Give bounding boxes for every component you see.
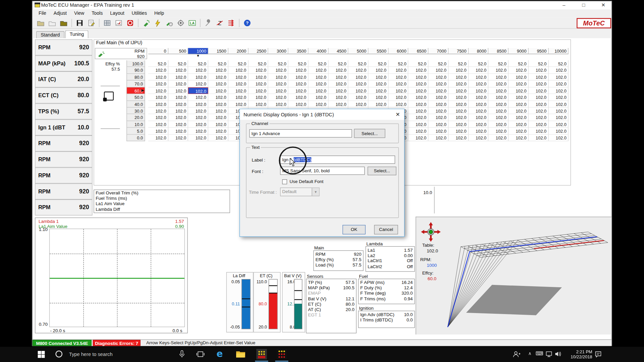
table-cell[interactable]: 102.0 <box>348 80 369 87</box>
table-cell[interactable]: 102.0 <box>148 114 168 121</box>
table-cell[interactable]: 102.0 <box>409 67 429 74</box>
table-cell[interactable]: 102.0 <box>469 74 489 80</box>
table-cell[interactable]: 102.0 <box>428 108 448 114</box>
table-cell[interactable]: 52.0 <box>508 60 529 67</box>
table-cell[interactable]: 52.0 <box>548 60 569 67</box>
col-header[interactable]: 3000 <box>268 48 288 54</box>
table-cell[interactable]: 52.0 <box>188 60 208 67</box>
injector-test-icon[interactable] <box>141 18 151 27</box>
table-cell[interactable]: 102.0 <box>508 101 529 108</box>
table-cell[interactable]: 102.0 <box>288 94 309 101</box>
table-cell[interactable]: 102.0 <box>529 128 549 134</box>
table-cell[interactable]: 52.0 <box>328 60 348 67</box>
table-cell[interactable]: 102.0 <box>148 67 168 74</box>
table-cell[interactable]: 102.0 <box>409 134 429 141</box>
channel-list-item[interactable]: Fuel Trims (ms) <box>94 196 229 201</box>
table-cell[interactable]: 102.0 <box>348 101 369 108</box>
table-cell[interactable]: 102.0 <box>469 134 489 141</box>
diagnostic-errors-icon[interactable] <box>125 18 135 27</box>
table-cell[interactable]: 102.0 <box>208 114 228 121</box>
table-cell[interactable]: 102.0 <box>409 74 429 80</box>
table-cell[interactable]: 102.0 <box>248 87 268 94</box>
compensation-slope-icon[interactable]: Z <box>215 18 224 27</box>
ok-button[interactable]: OK <box>342 225 366 234</box>
table-cell[interactable]: 102.0 <box>508 67 529 74</box>
table-cell[interactable]: 102.0 <box>409 114 429 121</box>
gauge-display-icon[interactable] <box>114 18 123 27</box>
table-cell[interactable]: 102.0 <box>529 108 549 114</box>
dialog-titlebar[interactable]: Numeric Display Options - Ign 1 (dBTDC) … <box>240 109 404 120</box>
table-cell[interactable]: 102.0 <box>168 134 189 141</box>
col-header[interactable]: 5500 <box>368 48 388 54</box>
table-icon[interactable] <box>102 18 112 27</box>
table-cell[interactable]: 102.0 <box>428 121 448 128</box>
col-header[interactable]: 500 <box>168 48 189 54</box>
table-cell[interactable]: 102.0 <box>409 101 429 108</box>
table-cell[interactable]: 102.0 <box>469 101 489 108</box>
table-cell[interactable]: 102.0 <box>168 121 189 128</box>
col-header[interactable]: 9000 <box>508 48 529 54</box>
sensor-item[interactable]: ECT (C)80.0 <box>35 87 92 104</box>
table-cell[interactable]: 102.0 <box>168 94 189 101</box>
row-header[interactable]: 40.0 <box>126 101 145 108</box>
table-cell[interactable]: 102.0 <box>488 108 508 114</box>
table-cell[interactable]: 102.0 <box>168 108 189 114</box>
table-cell[interactable]: 102.0 <box>288 80 309 87</box>
table-cell[interactable]: 102.0 <box>248 67 268 74</box>
table-cell[interactable]: 102.0 <box>268 87 288 94</box>
table-cell[interactable]: 102.0 <box>308 87 328 94</box>
table-cell[interactable]: 102.0 <box>409 80 429 87</box>
table-cell[interactable]: 102.0 <box>548 114 569 121</box>
col-header[interactable]: 7000 <box>428 48 448 54</box>
menu-item-layout[interactable]: Layout <box>106 9 128 17</box>
motec-tune-icon[interactable] <box>276 349 287 360</box>
table-cell[interactable]: 52.0 <box>248 60 268 67</box>
table-cell[interactable]: 102.0 <box>508 108 529 114</box>
col-header[interactable]: 2500 <box>248 48 268 54</box>
row-header[interactable]: 80.0 <box>126 74 145 80</box>
table-cell[interactable]: 102.0 <box>308 74 328 80</box>
table-cell[interactable]: 102.0 <box>469 67 489 74</box>
table-cell[interactable]: 102.0 <box>348 94 369 101</box>
col-header[interactable]: 6500 <box>409 48 429 54</box>
tab-standard[interactable]: Standard <box>36 31 64 38</box>
table-cell[interactable]: 102.0 <box>448 101 469 108</box>
channel-select-button[interactable]: Select... <box>354 129 385 138</box>
table-cell[interactable]: 52.0 <box>288 60 309 67</box>
table-cell[interactable]: 102.0 <box>529 134 549 141</box>
injector-timer-icon[interactable] <box>164 18 174 27</box>
table-cell[interactable]: 102.0 <box>448 128 469 134</box>
table-cell[interactable]: 102.0 <box>208 80 228 87</box>
table-cell[interactable]: 102.0 <box>328 101 348 108</box>
table-cell[interactable]: 102.0 <box>529 94 549 101</box>
table-cell[interactable]: 102.0 <box>208 74 228 80</box>
table-cell[interactable]: 102.0 <box>288 67 309 74</box>
table-cell[interactable]: 102.0 <box>168 87 189 94</box>
col-header[interactable]: 2000 <box>228 48 249 54</box>
row-header[interactable]: 30.0 <box>126 108 145 114</box>
table-cell[interactable]: 102.0 <box>548 108 569 114</box>
table-cell[interactable]: 102.0 <box>208 101 228 108</box>
table-cell[interactable]: 102.0 <box>148 74 168 80</box>
table-cell[interactable]: 102.0 <box>208 134 228 141</box>
table-cell[interactable]: 102.0 <box>148 101 168 108</box>
tab-tuning[interactable]: Tuning <box>65 31 88 38</box>
table-cell[interactable]: 102.0 <box>529 80 549 87</box>
row-header[interactable]: 20.0 <box>126 114 145 121</box>
col-header[interactable]: 9500 <box>529 48 549 54</box>
table-cell[interactable]: 102.0 <box>328 74 348 80</box>
col-header[interactable]: 5000 <box>348 48 369 54</box>
table-cell[interactable]: 102.0 <box>548 87 569 94</box>
table-cell[interactable]: 102.0 <box>208 128 228 134</box>
table-cell[interactable]: 52.0 <box>488 60 508 67</box>
table-cell[interactable]: 102.0 <box>508 128 529 134</box>
row-header[interactable]: 5.0 <box>126 128 145 134</box>
diagnostic-errors-badge[interactable]: Diagnostic Errors: 7 <box>93 340 141 346</box>
fuel-surface-plot[interactable] <box>435 217 612 335</box>
col-header[interactable]: 10000 <box>548 48 569 54</box>
table-cell[interactable]: 102.0 <box>168 114 189 121</box>
table-cell[interactable]: 102.0 <box>308 80 328 87</box>
start-button[interactable] <box>38 351 45 358</box>
table-cell[interactable]: 102.0 <box>508 80 529 87</box>
table-cell[interactable]: 102.0 <box>548 128 569 134</box>
